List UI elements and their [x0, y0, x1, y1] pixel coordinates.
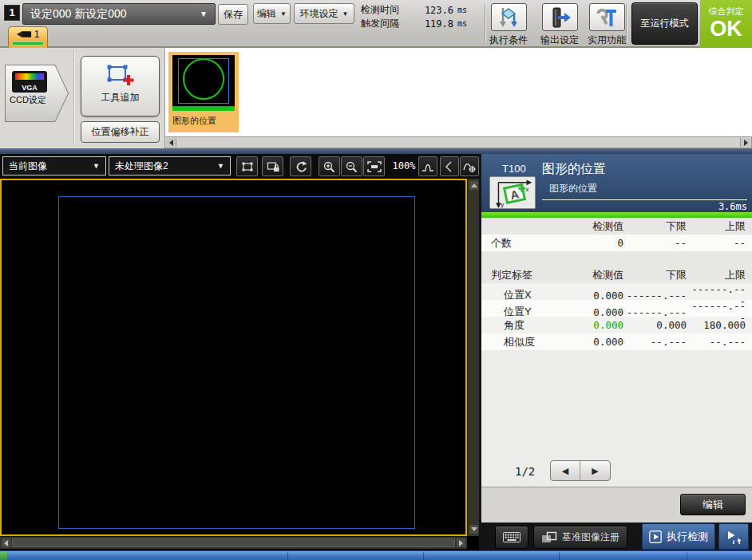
display-settings-button[interactable]: [460, 156, 479, 176]
judgement-label: 综合判定: [700, 6, 752, 18]
continuous-run-button[interactable]: [718, 523, 749, 550]
scrollbar-thumb[interactable]: [12, 538, 455, 547]
save-label: 保存: [224, 8, 243, 22]
trigger-interval-unit: ms: [457, 19, 467, 28]
bottom-action-bar: 基准图像注册 执行检测: [479, 523, 752, 550]
run-detection-button[interactable]: 执行检测: [642, 523, 715, 550]
edit-label: 编辑: [257, 7, 276, 21]
ccd-settings-face: VGA CCD设定: [6, 65, 68, 121]
edit-tool-button[interactable]: 编辑: [680, 494, 746, 515]
right-arrow-icon: [459, 540, 463, 546]
taskbar-segment-divider: [687, 552, 687, 560]
utility-label: 实用功能: [582, 34, 631, 47]
row-label: 相似度: [481, 335, 555, 349]
table-row-similarity: 相似度 0.000 --.--- --.---: [481, 333, 752, 350]
angle-display-button[interactable]: [440, 156, 459, 176]
toolbar-separator: [626, 4, 627, 43]
taskbar-green-corner: [0, 551, 7, 560]
pattern-position-icon: x y A: [492, 177, 533, 208]
vertical-scrollbar[interactable]: [467, 179, 479, 536]
header-cell-low: 下限: [623, 268, 687, 282]
thumbnail-scrollbar[interactable]: [164, 136, 752, 148]
right-arrow-icon: [744, 140, 748, 146]
table-row-angle: 角度 0.000 0.000 180.000: [481, 317, 752, 333]
output-settings-icon-box: [542, 3, 578, 31]
setting-selector-dropdown[interactable]: 设定000 新设定000 ▼: [22, 3, 216, 25]
camera-tab-1[interactable]: 1: [8, 26, 48, 48]
output-settings-label: 输出设定: [535, 34, 584, 47]
previous-page-button[interactable]: ◀: [551, 461, 580, 480]
vision-system-window: 1 设定000 新设定000 ▼ 保存 编辑 ▼ 环境设定 ▼ 检测时间 123…: [0, 0, 752, 560]
ccd-settings-button[interactable]: VGA CCD设定: [5, 65, 69, 122]
vga-rainbow-stripe: [15, 73, 44, 80]
register-reference-label: 基准图像注册: [562, 530, 619, 544]
output-settings-button[interactable]: 输出设定: [535, 3, 584, 47]
run-mode-button[interactable]: 至运行模式: [631, 2, 698, 45]
header-cell-value: 检测值: [555, 219, 623, 234]
left-arrow-icon: ◀: [562, 466, 568, 476]
fit-screen-icon: [366, 160, 382, 173]
right-arrow-icon: ▶: [592, 466, 598, 476]
image-source-dropdown[interactable]: 当前图像 ▼: [2, 156, 106, 175]
next-page-button[interactable]: ▶: [580, 461, 610, 480]
region-lock-button[interactable]: [262, 156, 283, 176]
scroll-down-button[interactable]: [469, 525, 478, 534]
exec-condition-button[interactable]: 执行条件: [484, 3, 533, 47]
profile-display-button[interactable]: [418, 156, 437, 176]
refresh-icon: [294, 160, 308, 173]
page-navigation: ◀ ▶: [550, 460, 611, 481]
strip-separator: [73, 51, 75, 144]
image-canvas[interactable]: [0, 179, 467, 536]
count-low: --: [623, 237, 687, 249]
detect-time-unit: ms: [457, 6, 467, 14]
header-divider-line: [542, 199, 747, 200]
add-tool-button[interactable]: 工具追加: [81, 56, 160, 116]
roi-rectangle: [58, 196, 415, 529]
scroll-up-button[interactable]: [469, 181, 478, 190]
header-cell-high: 上限: [687, 219, 746, 234]
zoom-in-icon: [323, 160, 337, 173]
zoom-in-button[interactable]: [319, 156, 340, 176]
fit-to-screen-button[interactable]: [363, 156, 385, 176]
tool-header: T100 x y A 图形的位置 图形的位置: [481, 154, 752, 212]
row-low: 0.000: [623, 319, 687, 331]
zoom-out-button[interactable]: [341, 156, 362, 176]
scroll-right-button[interactable]: [457, 538, 465, 547]
horizontal-scrollbar[interactable]: [0, 536, 467, 549]
tool-thumbnail-pattern-position[interactable]: 图形的位置: [168, 52, 239, 132]
image-type-dropdown[interactable]: 未处理图像2 ▼: [109, 156, 231, 175]
exec-condition-label: 执行条件: [484, 34, 533, 47]
edit-tool-label: 编辑: [703, 498, 723, 512]
environment-menu-button[interactable]: 环境设定 ▼: [294, 3, 354, 24]
save-button[interactable]: 保存: [218, 4, 248, 25]
scroll-left-button[interactable]: [2, 538, 10, 547]
vga-chip-label: VGA: [12, 84, 47, 92]
output-device-icon: [548, 6, 572, 30]
page-indicator: 1/2: [515, 465, 535, 478]
chevron-down-icon: ▼: [342, 10, 349, 18]
row-low: --.---: [623, 336, 687, 348]
detect-time-label: 检测时间: [361, 3, 412, 17]
position-offset-button[interactable]: 位置偏移补正: [81, 121, 160, 143]
judgement-status: OK: [700, 18, 752, 40]
utility-button[interactable]: 实用功能: [582, 3, 631, 47]
refresh-button[interactable]: [290, 156, 311, 176]
result-panel: T100 x y A 图形的位置 图形的位置: [481, 154, 752, 523]
trigger-interval-label: 触发间隔: [361, 17, 412, 30]
scroll-right-button[interactable]: [740, 138, 750, 147]
exec-condition-icon-box: [491, 3, 527, 31]
camera-tab-label: 1: [34, 29, 40, 40]
register-image-icon: [541, 531, 557, 543]
edit-menu-button[interactable]: 编辑 ▼: [253, 3, 291, 24]
camera-tab-status-bar: [12, 41, 44, 45]
count-label: 个数: [481, 236, 555, 250]
software-keyboard-button[interactable]: [495, 526, 528, 549]
wrench-tools-icon: [595, 6, 619, 30]
taskbar-segment-divider: [423, 552, 424, 560]
row-value: 0.000: [555, 336, 623, 348]
scroll-left-button[interactable]: [166, 138, 176, 147]
trigger-interval-value: 119.8: [412, 18, 453, 30]
register-reference-image-button[interactable]: 基准图像注册: [533, 526, 627, 549]
region-adjust-button[interactable]: [236, 156, 258, 176]
row-low: ------.---: [623, 290, 687, 302]
